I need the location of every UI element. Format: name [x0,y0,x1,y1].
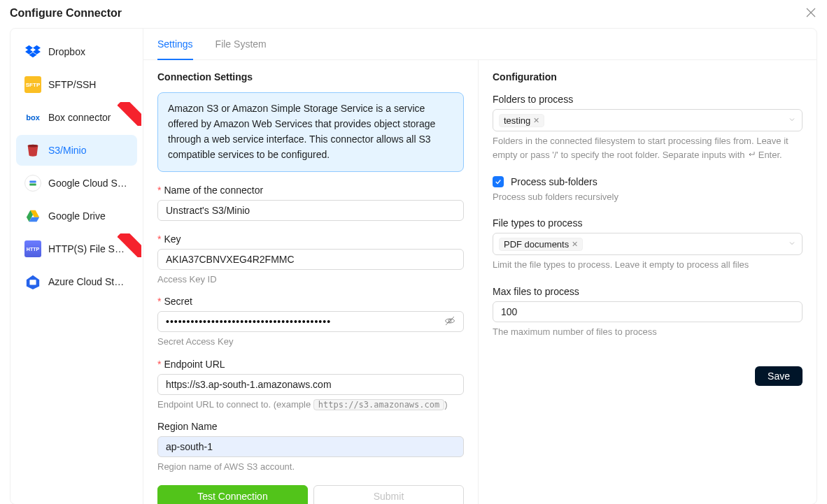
tab-settings[interactable]: Settings [157,29,193,59]
sidebar-label: Dropbox [48,46,129,57]
maxfiles-help: The maximum number of files to process [493,325,803,339]
region-input[interactable] [157,436,464,457]
key-label: *Key [157,232,464,245]
folders-select[interactable]: testing ✕ [493,109,803,131]
sidebar-label: SFTP/SSH [48,79,129,90]
sidebar-label: S3/Minio [48,145,129,156]
name-label: *Name of the connector [157,183,464,196]
sidebar-item-http[interactable]: HTTP HTTP(S) File Se… [16,233,137,264]
filetypes-select[interactable]: PDF documents ✕ [493,233,803,255]
maxfiles-input[interactable] [493,301,803,322]
save-button[interactable]: Save [755,366,803,386]
svg-point-0 [28,145,38,147]
endpoint-help: Endpoint URL to connect to. (example htt… [157,398,464,412]
folders-help: Folders in the connected filesystem to s… [493,134,803,162]
azure-icon [24,273,41,290]
close-button[interactable] [805,6,817,21]
tabs: Settings File System [143,29,817,60]
key-input[interactable] [157,249,464,270]
sidebar-item-gcs[interactable]: Google Cloud Sto… [16,168,137,199]
subfolders-help: Process sub folders recursively [493,190,803,204]
secret-input[interactable] [166,312,444,331]
connector-name-input[interactable] [157,200,464,221]
sidebar-item-box[interactable]: box Box connector [16,102,137,133]
connection-settings-pane: Connection Settings Amazon S3 or Amazon … [143,60,479,504]
endpoint-label: *Endpoint URL [157,357,464,370]
subfolders-checkbox[interactable] [493,176,504,187]
close-icon [806,8,816,17]
maxfiles-label: Max files to process [493,285,803,297]
region-label: Region Name [157,419,464,432]
sidebar-label: Google Drive [48,210,129,222]
secret-label: *Secret [157,294,464,307]
subfolders-label: Process sub-folders [511,176,598,187]
folders-label: Folders to process [493,92,803,105]
svg-rect-4 [29,280,36,285]
sftp-icon: SFTP [24,76,41,93]
key-help: Access Key ID [157,273,464,287]
box-icon: box [24,109,41,126]
svg-rect-2 [29,184,36,186]
sidebar-label: HTTP(S) File Se… [48,243,129,254]
filetypes-help: Limit the file types to process. Leave i… [493,258,803,272]
sidebar-label: Azure Cloud Stor… [48,276,129,287]
sidebar-item-gdrive[interactable]: Google Drive [16,201,137,231]
connection-heading: Connection Settings [157,71,464,82]
sidebar-item-s3[interactable]: S3/Minio [16,135,137,166]
tab-filesystem[interactable]: File System [215,29,267,59]
test-connection-button[interactable]: Test Connection [157,485,308,504]
region-help: Region name of AWS S3 account. [157,460,464,474]
enter-icon [747,148,756,162]
svg-rect-1 [29,181,36,183]
filetypes-label: File types to process [493,216,803,229]
submit-button[interactable]: Submit [313,485,464,504]
sidebar-item-azure[interactable]: Azure Cloud Stor… [16,266,137,297]
sidebar-label: Box connector [48,112,129,123]
chevron-down-icon [788,115,796,126]
modal-title: Configure Connector [10,7,122,20]
secret-help: Secret Access Key [157,335,464,349]
connector-info: Amazon S3 or Amazon Simple Storage Servi… [157,92,464,172]
s3-icon [24,142,41,159]
folder-tag: testing ✕ [499,114,544,127]
sidebar-item-sftp[interactable]: SFTP SFTP/SSH [16,69,137,100]
gcs-icon [24,175,41,192]
eye-invisible-icon[interactable] [444,315,455,329]
filetype-tag: PDF documents ✕ [499,238,583,251]
tag-close-icon[interactable]: ✕ [533,117,539,124]
svg-line-6 [446,317,454,325]
endpoint-input[interactable] [157,374,464,395]
gdrive-icon [24,208,41,224]
sidebar-label: Google Cloud Sto… [48,178,129,189]
http-icon: HTTP [24,240,41,257]
tag-close-icon[interactable]: ✕ [572,240,578,248]
chevron-down-icon [788,238,796,250]
dropbox-icon [24,43,41,60]
config-heading: Configuration [493,71,803,82]
configuration-pane: Configuration Folders to process testing… [479,60,817,504]
connector-sidebar: Dropbox SFTP SFTP/SSH box Box connector … [10,29,143,504]
sidebar-item-dropbox[interactable]: Dropbox [16,36,137,67]
